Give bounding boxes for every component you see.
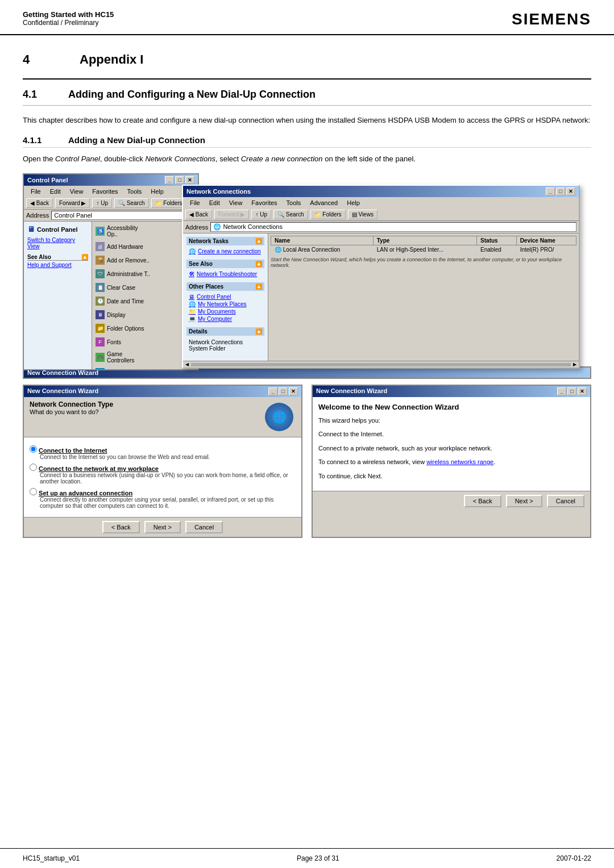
cp-sidebar-title: 🖥 Control Panel [27, 225, 88, 233]
wizard-right-close[interactable]: ✕ [578, 387, 587, 395]
radio-advanced[interactable] [30, 488, 37, 495]
nc-menu-tools[interactable]: Tools [282, 198, 306, 207]
cp-see-also-section: See Also 🔼 Help and Support [27, 254, 88, 268]
nc-control-panel-link[interactable]: 🖥Control Panel [186, 293, 264, 301]
nc-address-input[interactable]: 🌐 Network Connections [210, 222, 576, 232]
nc-menu-file[interactable]: File [185, 198, 205, 207]
cp-icon-admin[interactable]: 🛡 Administrative T.. [94, 268, 151, 279]
cp-help-support[interactable]: Help and Support [27, 262, 88, 268]
cp-icon-games[interactable]: 🎮 Game Controllers [94, 350, 151, 365]
nc-close-btn[interactable]: ✕ [566, 187, 575, 195]
wizard-left-minimize[interactable]: _ [268, 387, 277, 395]
wizard-left-cancel-btn[interactable]: Cancel [185, 521, 223, 533]
radio-workplace[interactable] [30, 464, 37, 471]
nc-create-link[interactable]: 🌐 Create a new connection [186, 248, 264, 255]
cp-folders-btn[interactable]: 📁 Folders [151, 198, 186, 208]
cp-menu-favorites[interactable]: Favorites [88, 187, 122, 196]
cp-icon-display[interactable]: 🖥 Display [94, 309, 151, 320]
cp-menu-tools[interactable]: Tools [123, 187, 147, 196]
cp-menubar: File Edit View Favorites Tools Help [24, 186, 198, 197]
wizard-option-advanced[interactable]: Set up an advanced connection Connect di… [30, 488, 296, 509]
datetime-icon: 🕐 [96, 297, 105, 306]
cp-minimize-btn[interactable]: _ [165, 176, 174, 184]
nc-back-btn[interactable]: ◀ Back [185, 210, 212, 219]
cp-icon-list: ♿ Accessibility Op.. 🖨 Add Hardware 📦 Ad… [94, 224, 196, 369]
cp-icon-fonts[interactable]: F Fonts [94, 336, 151, 348]
cp-menu-file[interactable]: File [26, 187, 45, 196]
nc-see-also-title: See Also 🔼 [186, 260, 264, 268]
wizard-right-cancel-btn[interactable]: Cancel [547, 495, 584, 507]
cp-menu-view[interactable]: View [65, 187, 88, 196]
wizard-left-maximize[interactable]: □ [279, 387, 288, 395]
radio-advanced-label: Set up an advanced connection [39, 490, 132, 496]
radio-internet[interactable] [30, 445, 37, 453]
wizard-desc1: This wizard helps you: [318, 416, 584, 425]
wizard-left-back-btn[interactable]: < Back [102, 521, 140, 533]
nc-views-btn[interactable]: ▤ Views [348, 210, 377, 219]
nc-scroll-right[interactable]: ▶ [573, 362, 576, 367]
nc-my-docs-link[interactable]: 📁My Documents [186, 308, 264, 315]
section-4-heading: 4 Appendix I [23, 52, 591, 67]
wizard-left-close[interactable]: ✕ [289, 387, 298, 395]
cp-icon-clearcase[interactable]: 📋 Clear Case [94, 282, 151, 293]
nc-menu-edit[interactable]: Edit [205, 198, 225, 207]
cp-icon-addremove[interactable]: 📦 Add or Remove.. [94, 254, 151, 266]
wizard-left-next-btn[interactable]: Next > [144, 521, 181, 533]
wizard-option-workplace[interactable]: Connect to the network at my workplace C… [30, 464, 296, 485]
wireless-networks-link[interactable]: wireless networks range [426, 458, 493, 465]
cp-icon-folder[interactable]: 📁 Folder Options [94, 323, 151, 334]
wizard-welcome-title: Welcome to the New Connection Wizard [318, 403, 584, 411]
nc-cell-type: LAN or High-Speed Inter... [373, 245, 476, 254]
section-411-title: Adding a New Dial-up Connection [68, 135, 205, 145]
wizard-right-footer: < Back Next > Cancel [313, 491, 590, 511]
nc-troubleshooter-link[interactable]: 🛠 Network Troubleshooter [186, 270, 264, 278]
radio-workplace-desc: Connect to a business network (using dia… [40, 472, 296, 485]
nc-my-network-link[interactable]: 🌐My Network Places [186, 301, 264, 308]
cp-menu-help[interactable]: Help [146, 187, 168, 196]
wizard-right-titlebar: New Connection Wizard _ □ ✕ [313, 386, 590, 397]
cp-see-also-title: See Also 🔼 [27, 254, 88, 261]
wizard-right-minimize[interactable]: _ [557, 387, 566, 395]
nc-up-btn[interactable]: ↑ Up [251, 210, 271, 219]
cp-menu-edit[interactable]: Edit [45, 187, 65, 196]
cp-back-btn[interactable]: ◀ Back [26, 198, 53, 208]
wizard-network-type-heading: Network Connection Type [30, 400, 113, 408]
cp-up-btn[interactable]: ↑ Up [92, 198, 112, 208]
nc-search-btn[interactable]: 🔍 Search [273, 210, 308, 219]
cp-address-input[interactable]: Control Panel [51, 211, 196, 220]
nc-folders-btn[interactable]: 📁 Folders [310, 210, 346, 219]
nc-details-text: Network Connections System Folder [186, 338, 264, 353]
wizard-right-maximize[interactable]: □ [567, 387, 576, 395]
cp-icon-hardware[interactable]: 🖨 Add Hardware [94, 241, 151, 252]
cp-icon-datetime[interactable]: 🕐 Date and Time [94, 295, 151, 307]
section-4-title: Appendix I [80, 52, 143, 67]
cp-maximize-btn[interactable]: □ [175, 176, 184, 184]
nc-menu-help[interactable]: Help [342, 198, 364, 207]
nc-minimize-btn[interactable]: _ [546, 187, 555, 195]
nc-menu-favorites[interactable]: Favorites [247, 198, 281, 207]
wizard-right-next-btn[interactable]: Next > [506, 495, 542, 507]
cp-icon-internet[interactable]: 🌐 Internet Options [94, 367, 151, 369]
wizard-left-footer: < Back Next > Cancel [24, 517, 301, 537]
nc-col-status: Status [477, 236, 517, 245]
nc-scrollbar[interactable]: ◀ ▶ [183, 361, 579, 368]
cp-switch-view[interactable]: Switch to Category View [27, 237, 88, 249]
nc-menu-view[interactable]: View [225, 198, 247, 207]
cp-icon-accessibility[interactable]: ♿ Accessibility Op.. [94, 224, 151, 239]
nc-restore-btn[interactable]: □ [556, 187, 565, 195]
cp-close-btn[interactable]: ✕ [185, 176, 194, 184]
wizard-desc3: Connect to a private network, such as yo… [318, 444, 584, 453]
nc-task-section: Network Tasks 🔼 🌐 Create a new connectio… [186, 237, 264, 255]
nc-forward-btn[interactable]: Forward ▶ [214, 210, 249, 219]
wizard-right-back-btn[interactable]: < Back [464, 495, 501, 507]
nc-my-comp-link[interactable]: 💻My Computer [186, 315, 264, 323]
nc-menu-advanced[interactable]: Advanced [305, 198, 342, 207]
cp-forward-btn[interactable]: Forward ▶ [55, 198, 90, 208]
addremove-icon: 📦 [96, 256, 105, 265]
nc-task-title: Network Tasks 🔼 [186, 237, 264, 245]
wizard-option-internet[interactable]: Connect to the Internet Connect to the I… [30, 445, 296, 460]
cp-search-btn[interactable]: 🔍 Search [114, 198, 148, 208]
nc-scroll-left[interactable]: ◀ [185, 362, 189, 367]
nc-cell-status: Enabled [477, 245, 517, 254]
radio-internet-desc: Connect to the Internet so you can brows… [40, 454, 296, 460]
